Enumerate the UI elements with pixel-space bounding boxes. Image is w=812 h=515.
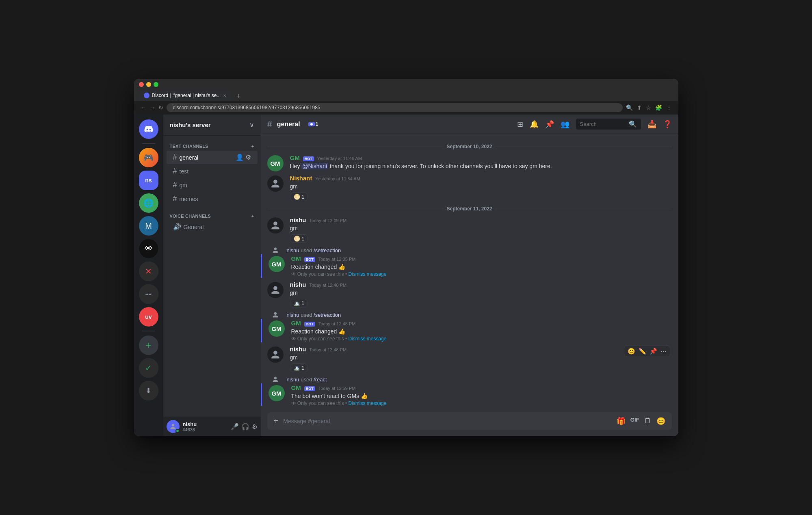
user-avatar (167, 420, 180, 433)
message-content: GM BOT Today at 12:59 PM The bot won't r… (291, 384, 672, 406)
channel-name-memes: memes (180, 196, 198, 202)
dismiss-link[interactable]: Dismiss message (348, 336, 386, 342)
message-input[interactable] (283, 418, 612, 424)
bot-badge: BOT (303, 156, 314, 161)
threads-icon[interactable]: ⊞ (517, 120, 523, 129)
notifications-icon[interactable]: 🔔 (530, 120, 539, 129)
user-controls: 🎤 🎧 ⚙ (231, 423, 258, 431)
close-window-button[interactable] (139, 82, 144, 87)
pin-icon[interactable]: 📌 (545, 120, 554, 129)
explore-servers-button[interactable]: ✓ (139, 358, 158, 378)
maximize-window-button[interactable] (154, 82, 158, 87)
channel-item-voice-general[interactable]: 🔊 General (167, 221, 258, 233)
server-icon-3[interactable]: M (139, 216, 158, 236)
message-content: nishu Today at 12:48 PM gm 🏔️ 1 (290, 346, 672, 372)
reaction-badge[interactable]: 🏔️ 1 (290, 364, 308, 372)
microphone-icon[interactable]: 🎤 (231, 423, 239, 431)
emoji-icon[interactable]: 😊 (656, 417, 665, 426)
bookmark-icon[interactable]: ☆ (646, 104, 651, 111)
only-you-notice: 👁 Only you can see this • Dismiss messag… (291, 271, 672, 277)
dismiss-link[interactable]: Dismiss message (348, 271, 386, 277)
refresh-button[interactable]: ↻ (158, 104, 163, 111)
server-icon-7[interactable]: uv (139, 307, 158, 327)
gif-icon[interactable]: GIF (630, 417, 639, 426)
channel-item-general[interactable]: # general 👤 ⚙ (167, 151, 258, 164)
slash-user-link[interactable]: nishu (287, 377, 299, 383)
server-divider (142, 143, 155, 144)
text-channels-category[interactable]: TEXT CHANNELS + (163, 139, 261, 150)
help-icon[interactable]: ❓ (663, 120, 672, 129)
bot-badge: BOT (304, 322, 315, 327)
add-reaction-button[interactable]: 😊 (628, 348, 635, 355)
sticker-icon[interactable]: 🗒 (644, 417, 652, 426)
add-voice-channel-icon[interactable]: + (251, 214, 254, 219)
extensions-icon[interactable]: 🧩 (655, 104, 662, 111)
server-icon-4[interactable]: 👁 (139, 239, 158, 258)
server-icon-nishu[interactable]: ns (139, 171, 158, 190)
more-actions-button[interactable]: ⋯ (660, 348, 667, 355)
tab-close-button[interactable]: ✕ (223, 93, 226, 98)
table-row: nishu Today at 12:48 PM gm 🏔️ 1 😊 ✏️ 📌 ⋯ (261, 344, 678, 374)
channel-sidebar: nishu's server ∨ TEXT CHANNELS + # gener… (163, 115, 261, 436)
channel-item-gm[interactable]: # gm (167, 178, 258, 192)
message-header: nishu Today at 12:09 PM (290, 216, 672, 223)
inbox-icon[interactable]: 📥 (647, 120, 656, 129)
system-message: GM GM BOT Today at 12:48 PM Reaction cha… (261, 319, 678, 342)
add-attachment-icon[interactable]: + (274, 416, 279, 426)
reaction-badge[interactable]: 🌕 1 (290, 234, 308, 243)
message-content: nishu Today at 12:09 PM gm 🌕 1 (290, 216, 672, 243)
edit-message-button[interactable]: ✏️ (639, 348, 646, 355)
user-settings-icon[interactable]: ⚙ (252, 423, 258, 431)
message-header: GM BOT Today at 12:35 PM (291, 255, 672, 262)
url-bar[interactable]: discord.com/channels/977031396856061982/… (167, 103, 623, 112)
reaction-badge[interactable]: 🌕 1 (290, 193, 308, 201)
share-icon[interactable]: ⬆ (637, 104, 642, 111)
members-icon[interactable]: 👥 (561, 120, 569, 129)
channel-item-test[interactable]: # test (167, 164, 258, 178)
add-server-button[interactable]: + (139, 335, 158, 355)
channel-hash-icon: # (173, 167, 177, 175)
slash-user-link[interactable]: nishu (287, 312, 299, 318)
search-box[interactable]: 🔍 (576, 119, 641, 130)
download-icon[interactable]: ⬇ (139, 381, 158, 400)
pin-message-button[interactable]: 📌 (650, 348, 657, 355)
back-button[interactable]: ← (141, 104, 146, 111)
forward-button[interactable]: → (149, 104, 155, 111)
discord-home-icon[interactable] (139, 119, 158, 139)
message-timestamp: Today at 12:48 PM (310, 347, 347, 352)
slash-command-text: nishu used /setreaction (287, 247, 341, 253)
settings-icon[interactable]: ⚙ (245, 154, 251, 161)
channel-header: # general 1 ⊞ 🔔 📌 👥 (261, 115, 678, 134)
message-header: GM BOT Today at 12:59 PM (291, 384, 672, 391)
tab-title: Discord | #general | nishu's se... (152, 93, 221, 98)
channel-item-memes[interactable]: # memes (167, 192, 258, 206)
channel-icon: # (267, 119, 272, 130)
slash-command-row: nishu used /setreaction (261, 246, 678, 253)
gift-icon[interactable]: 🎁 (617, 417, 626, 426)
server-icon-1[interactable]: 🎮 (139, 148, 158, 167)
slash-user-link[interactable]: nishu (287, 247, 299, 253)
address-bar: ← → ↻ discord.com/channels/9770313968560… (134, 101, 678, 115)
table-row: Nishant Yesterday at 11:54 AM gm 🌕 1 (261, 173, 678, 203)
dismiss-link[interactable]: Dismiss message (348, 400, 386, 406)
server-sidebar: 🎮 ns 🌐 M 👁 ✕ •••• uv + (134, 115, 163, 436)
server-icon-5[interactable]: ✕ (139, 262, 158, 281)
server-icon-2[interactable]: 🌐 (139, 193, 158, 213)
messages-area[interactable]: September 10, 2022 GM GM BOT Yesterday a… (261, 134, 678, 406)
new-tab-button[interactable]: + (233, 92, 244, 101)
message-content: nishu Today at 12:40 PM gm 🏔️ 1 (290, 281, 672, 307)
more-options-icon[interactable]: ⋮ (666, 104, 672, 111)
server-icon-6[interactable]: •••• (139, 284, 158, 304)
browser-tab-discord[interactable]: Discord | #general | nishu's se... ✕ (139, 90, 232, 101)
reaction-badge[interactable]: 🏔️ 1 (290, 299, 308, 307)
zoom-icon[interactable]: 🔍 (626, 104, 633, 111)
minimize-window-button[interactable] (146, 82, 151, 87)
voice-channels-category[interactable]: VOICE CHANNELS + (163, 209, 261, 220)
message-text: Reaction changed 👍 (291, 263, 672, 271)
server-header[interactable]: nishu's server ∨ (163, 115, 261, 136)
headphone-icon[interactable]: 🎧 (241, 423, 249, 431)
add-channel-icon[interactable]: + (251, 144, 254, 149)
browser-window: Discord | #general | nishu's se... ✕ + ←… (134, 79, 678, 436)
add-member-icon[interactable]: 👤 (236, 154, 244, 161)
search-input[interactable] (580, 121, 626, 127)
